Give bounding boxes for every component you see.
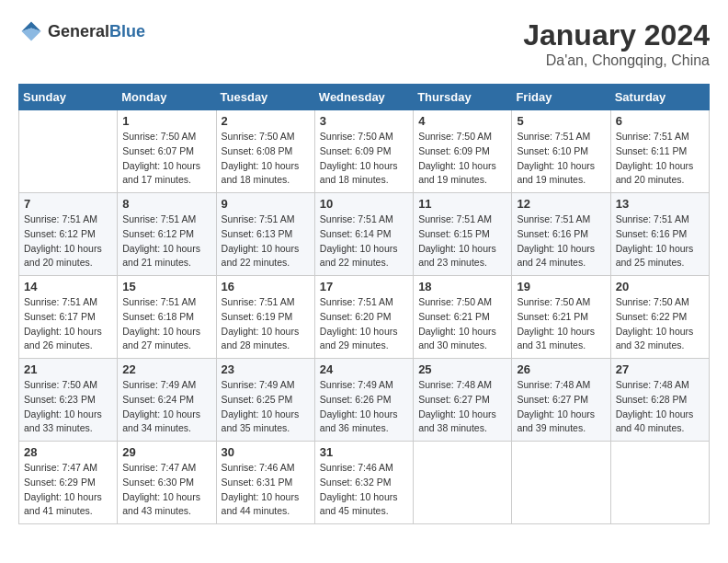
day-cell: 27Sunrise: 7:48 AMSunset: 6:28 PMDayligh…	[610, 359, 709, 442]
day-cell: 11Sunrise: 7:51 AMSunset: 6:15 PMDayligh…	[414, 193, 512, 276]
day-cell: 8Sunrise: 7:51 AMSunset: 6:12 PMDaylight…	[118, 193, 216, 276]
day-info: Sunrise: 7:51 AMSunset: 6:15 PMDaylight:…	[418, 213, 506, 270]
day-info: Sunrise: 7:50 AMSunset: 6:07 PMDaylight:…	[122, 130, 210, 188]
week-row-4: 21Sunrise: 7:50 AMSunset: 6:23 PMDayligh…	[19, 359, 710, 442]
daylight-text: Daylight: 10 hours and 21 minutes.	[122, 243, 200, 269]
sunrise-text: Sunrise: 7:51 AM	[517, 213, 590, 224]
day-number: 2	[222, 114, 310, 128]
daylight-text: Daylight: 10 hours and 22 minutes.	[320, 243, 398, 269]
daylight-text: Daylight: 10 hours and 26 minutes.	[24, 326, 102, 351]
logo-text-blue: Blue	[109, 22, 145, 40]
day-cell: 10Sunrise: 7:51 AMSunset: 6:14 PMDayligh…	[314, 193, 413, 276]
daylight-text: Daylight: 10 hours and 40 minutes.	[616, 408, 694, 434]
day-number: 16	[222, 280, 310, 293]
day-cell	[19, 110, 118, 193]
day-cell	[414, 442, 512, 524]
day-info: Sunrise: 7:51 AMSunset: 6:10 PMDaylight:…	[517, 130, 605, 188]
daylight-text: Daylight: 10 hours and 45 minutes.	[320, 491, 398, 517]
sunset-text: Sunset: 6:17 PM	[24, 311, 96, 322]
day-info: Sunrise: 7:49 AMSunset: 6:25 PMDaylight:…	[222, 378, 310, 436]
day-info: Sunrise: 7:50 AMSunset: 6:09 PMDaylight:…	[418, 130, 506, 188]
location-title: Da'an, Chongqing, China	[523, 52, 710, 69]
day-info: Sunrise: 7:46 AMSunset: 6:32 PMDaylight:…	[320, 461, 408, 519]
daylight-text: Daylight: 10 hours and 41 minutes.	[24, 491, 102, 517]
sunrise-text: Sunrise: 7:51 AM	[418, 213, 492, 224]
day-cell: 21Sunrise: 7:50 AMSunset: 6:23 PMDayligh…	[19, 359, 118, 442]
day-number: 6	[616, 114, 704, 128]
sunset-text: Sunset: 6:12 PM	[122, 228, 194, 239]
week-row-2: 7Sunrise: 7:51 AMSunset: 6:12 PMDaylight…	[19, 193, 710, 276]
daylight-text: Daylight: 10 hours and 39 minutes.	[517, 408, 595, 434]
day-cell: 19Sunrise: 7:50 AMSunset: 6:21 PMDayligh…	[512, 276, 610, 359]
day-cell: 5Sunrise: 7:51 AMSunset: 6:10 PMDaylight…	[512, 110, 610, 193]
daylight-text: Daylight: 10 hours and 32 minutes.	[616, 326, 694, 351]
day-number: 5	[517, 114, 605, 128]
sunset-text: Sunset: 6:08 PM	[222, 145, 293, 156]
day-cell: 18Sunrise: 7:50 AMSunset: 6:21 PMDayligh…	[414, 276, 512, 359]
sunset-text: Sunset: 6:22 PM	[616, 311, 688, 322]
day-number: 29	[122, 445, 210, 459]
day-info: Sunrise: 7:50 AMSunset: 6:21 PMDaylight:…	[517, 295, 605, 353]
day-cell: 14Sunrise: 7:51 AMSunset: 6:17 PMDayligh…	[19, 276, 118, 359]
day-number: 26	[517, 362, 605, 376]
sunrise-text: Sunrise: 7:47 AM	[122, 462, 196, 473]
sunrise-text: Sunrise: 7:51 AM	[122, 213, 196, 224]
sunrise-text: Sunrise: 7:50 AM	[24, 379, 97, 390]
sunset-text: Sunset: 6:30 PM	[122, 477, 194, 488]
daylight-text: Daylight: 10 hours and 30 minutes.	[418, 326, 496, 351]
day-number: 10	[320, 197, 408, 211]
header-cell-monday: Monday	[118, 85, 216, 110]
sunset-text: Sunset: 6:11 PM	[616, 145, 688, 156]
sunrise-text: Sunrise: 7:51 AM	[616, 213, 689, 224]
header-cell-wednesday: Wednesday	[314, 85, 413, 110]
sunrise-text: Sunrise: 7:51 AM	[24, 296, 97, 307]
sunset-text: Sunset: 6:09 PM	[418, 145, 490, 156]
sunset-text: Sunset: 6:32 PM	[320, 477, 392, 488]
day-cell: 17Sunrise: 7:51 AMSunset: 6:20 PMDayligh…	[314, 276, 413, 359]
day-number: 25	[418, 362, 506, 376]
day-cell: 7Sunrise: 7:51 AMSunset: 6:12 PMDaylight…	[19, 193, 118, 276]
day-number: 11	[418, 197, 506, 211]
day-number: 7	[24, 197, 112, 211]
sunset-text: Sunset: 6:13 PM	[222, 228, 293, 239]
sunset-text: Sunset: 6:18 PM	[122, 311, 194, 322]
day-cell: 6Sunrise: 7:51 AMSunset: 6:11 PMDaylight…	[610, 110, 709, 193]
sunrise-text: Sunrise: 7:49 AM	[320, 379, 393, 390]
day-cell: 28Sunrise: 7:47 AMSunset: 6:29 PMDayligh…	[19, 442, 118, 524]
day-info: Sunrise: 7:47 AMSunset: 6:29 PMDaylight:…	[24, 461, 112, 519]
sunrise-text: Sunrise: 7:46 AM	[222, 462, 295, 473]
sunset-text: Sunset: 6:16 PM	[616, 228, 688, 239]
day-number: 22	[122, 362, 210, 376]
day-cell: 26Sunrise: 7:48 AMSunset: 6:27 PMDayligh…	[512, 359, 610, 442]
logo: GeneralBlue	[18, 18, 145, 44]
day-number: 27	[616, 362, 704, 376]
sunset-text: Sunset: 6:19 PM	[222, 311, 293, 322]
sunrise-text: Sunrise: 7:47 AM	[24, 462, 97, 473]
sunset-text: Sunset: 6:21 PM	[517, 311, 588, 322]
sunset-text: Sunset: 6:26 PM	[320, 394, 392, 405]
sunrise-text: Sunrise: 7:51 AM	[222, 296, 295, 307]
daylight-text: Daylight: 10 hours and 18 minutes.	[222, 160, 300, 186]
day-cell: 31Sunrise: 7:46 AMSunset: 6:32 PMDayligh…	[314, 442, 413, 524]
sunrise-text: Sunrise: 7:50 AM	[122, 131, 196, 142]
sunrise-text: Sunrise: 7:50 AM	[418, 296, 492, 307]
header-row: SundayMondayTuesdayWednesdayThursdayFrid…	[19, 85, 710, 110]
daylight-text: Daylight: 10 hours and 19 minutes.	[418, 160, 496, 186]
day-info: Sunrise: 7:51 AMSunset: 6:16 PMDaylight:…	[616, 213, 704, 270]
sunrise-text: Sunrise: 7:50 AM	[222, 131, 295, 142]
day-info: Sunrise: 7:51 AMSunset: 6:13 PMDaylight:…	[222, 213, 310, 270]
sunrise-text: Sunrise: 7:46 AM	[320, 462, 393, 473]
day-cell: 16Sunrise: 7:51 AMSunset: 6:19 PMDayligh…	[216, 276, 314, 359]
daylight-text: Daylight: 10 hours and 28 minutes.	[222, 326, 300, 351]
daylight-text: Daylight: 10 hours and 36 minutes.	[320, 408, 398, 434]
day-info: Sunrise: 7:51 AMSunset: 6:12 PMDaylight:…	[24, 213, 112, 270]
page-header: GeneralBlue January 2024 Da'an, Chongqin…	[18, 18, 710, 69]
day-number: 24	[320, 362, 408, 376]
daylight-text: Daylight: 10 hours and 38 minutes.	[418, 408, 496, 434]
sunset-text: Sunset: 6:27 PM	[418, 394, 490, 405]
day-info: Sunrise: 7:48 AMSunset: 6:27 PMDaylight:…	[517, 378, 605, 436]
day-cell: 2Sunrise: 7:50 AMSunset: 6:08 PMDaylight…	[216, 110, 314, 193]
sunset-text: Sunset: 6:28 PM	[616, 394, 688, 405]
day-cell	[512, 442, 610, 524]
day-number: 15	[122, 280, 210, 293]
